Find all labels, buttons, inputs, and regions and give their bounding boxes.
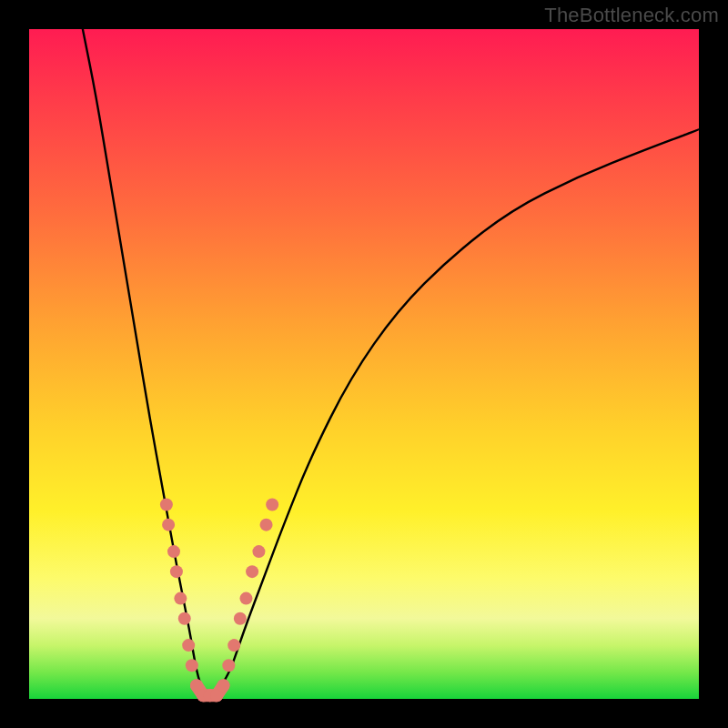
highlight-dot bbox=[217, 679, 229, 692]
highlight-dot bbox=[266, 499, 278, 511]
highlight-dots-group bbox=[160, 499, 278, 703]
highlight-dot bbox=[170, 565, 183, 578]
highlight-dot bbox=[162, 519, 175, 531]
watermark-text: TheBottleneck.com bbox=[544, 4, 719, 27]
highlight-dot bbox=[228, 639, 240, 652]
curve-svg bbox=[29, 29, 699, 699]
highlight-dot bbox=[260, 519, 273, 531]
highlight-dot bbox=[174, 592, 187, 605]
highlight-dot bbox=[239, 592, 252, 605]
chart-frame: TheBottleneck.com bbox=[0, 0, 728, 728]
highlight-dot bbox=[167, 545, 180, 558]
highlight-dot bbox=[222, 659, 235, 672]
highlight-dot bbox=[178, 612, 191, 625]
highlight-dot bbox=[246, 565, 258, 578]
highlight-dot bbox=[160, 499, 173, 511]
plot-area bbox=[29, 29, 699, 699]
highlight-dot bbox=[182, 639, 195, 652]
highlight-dot bbox=[234, 612, 247, 625]
highlight-dot bbox=[252, 545, 265, 558]
highlight-dot bbox=[186, 659, 198, 672]
